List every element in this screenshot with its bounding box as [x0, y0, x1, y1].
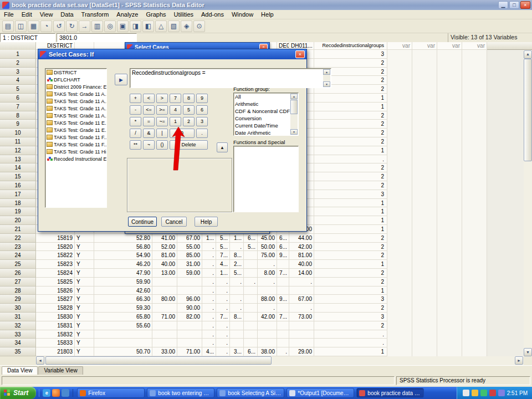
data-cell[interactable]: .: [289, 278, 314, 287]
data-cell[interactable]: 2: [314, 269, 387, 278]
column-header[interactable]: var: [412, 42, 437, 50]
help-button[interactable]: Help: [195, 217, 218, 227]
data-cell[interactable]: 66.30: [94, 295, 152, 304]
scroll-up-icon[interactable]: ▲: [323, 69, 330, 75]
data-cell[interactable]: 1: [314, 103, 387, 111]
tray-icon[interactable]: [489, 390, 496, 396]
data-cell[interactable]: 52.00: [152, 243, 177, 252]
keypad-button[interactable]: ~=: [156, 117, 168, 126]
data-cell[interactable]: 8...: [230, 313, 244, 321]
data-cell[interactable]: [277, 339, 289, 347]
data-cell[interactable]: [244, 287, 258, 295]
data-cell[interactable]: 1: [314, 287, 387, 295]
data-cell[interactable]: 1: [314, 216, 387, 225]
row-number[interactable]: 2: [0, 59, 36, 68]
data-cell[interactable]: 42.00: [289, 243, 314, 252]
tray-icon[interactable]: [472, 390, 478, 396]
row-number[interactable]: 10: [0, 129, 36, 137]
variable-item[interactable]: TAKS Test: Grade 11 F...: [45, 134, 106, 141]
insert-function-button[interactable]: ▲: [217, 142, 228, 152]
data-cell[interactable]: 50.70: [94, 347, 152, 356]
row-number[interactable]: 14: [0, 163, 36, 172]
row-number[interactable]: 17: [0, 190, 36, 199]
data-cell[interactable]: [177, 278, 202, 287]
data-cell[interactable]: 2: [314, 129, 387, 137]
data-cell[interactable]: 80.00: [152, 295, 177, 304]
data-cell[interactable]: [244, 321, 258, 330]
goto-case-icon[interactable]: →: [79, 21, 90, 32]
data-cell[interactable]: 2: [314, 163, 387, 172]
task-window-button[interactable]: *Output1 [Document...: [287, 388, 354, 398]
recall-dialog-icon[interactable]: ◔: [40, 21, 52, 32]
data-cell[interactable]: 71.00: [177, 347, 202, 356]
keypad-button[interactable]: *: [130, 117, 141, 126]
data-cell[interactable]: .: [289, 304, 314, 313]
data-cell[interactable]: 1: [314, 207, 387, 216]
data-cell[interactable]: .: [216, 278, 230, 287]
data-cell[interactable]: 8...: [230, 251, 244, 260]
data-cell[interactable]: .: [314, 330, 387, 339]
variable-item[interactable]: TAKS Test: Grade 11 A...: [45, 105, 106, 112]
data-cell[interactable]: Y: [75, 251, 94, 260]
row-number[interactable]: 19: [0, 207, 36, 216]
row-number[interactable]: 12: [0, 146, 36, 155]
minimize-button[interactable]: ▁: [498, 1, 508, 9]
keypad-button[interactable]: 2: [183, 117, 195, 126]
menu-item[interactable]: Graphs: [142, 11, 170, 18]
data-cell[interactable]: 15832: [36, 330, 75, 339]
data-cell[interactable]: Y: [75, 269, 94, 278]
data-cell[interactable]: [94, 339, 152, 347]
row-number[interactable]: 29: [0, 295, 36, 304]
open-file-icon[interactable]: ▤: [2, 21, 14, 32]
data-cell[interactable]: .: [216, 295, 230, 304]
keypad-button[interactable]: &: [143, 129, 155, 138]
functions-list[interactable]: [233, 146, 299, 212]
variable-item[interactable]: DFLCHART: [45, 76, 106, 83]
task-window-button[interactable]: Firefox: [77, 388, 145, 398]
keypad-button[interactable]: >=: [156, 105, 168, 115]
row-number[interactable]: 20: [0, 216, 36, 225]
menu-item[interactable]: File: [0, 11, 18, 18]
task-window-button[interactable]: book practice data se...: [356, 388, 424, 398]
data-cell[interactable]: .: [202, 339, 216, 347]
dialog-close-button[interactable]: ×: [295, 50, 305, 58]
data-cell[interactable]: .: [258, 260, 277, 269]
data-cell[interactable]: 45.00: [258, 234, 277, 243]
data-cell[interactable]: 2: [314, 304, 387, 313]
data-cell[interactable]: [177, 339, 202, 347]
data-cell[interactable]: .: [216, 321, 230, 330]
scroll-up-icon[interactable]: ▲: [524, 50, 532, 59]
row-number[interactable]: 32: [0, 321, 36, 330]
data-cell[interactable]: .: [202, 295, 216, 304]
data-cell[interactable]: 85.00: [177, 251, 202, 260]
tray-icon[interactable]: [498, 390, 505, 396]
data-cell[interactable]: .: [202, 243, 216, 252]
task-window-button[interactable]: book Selecting A Singl...: [217, 388, 284, 398]
split-file-icon[interactable]: ◧: [142, 21, 154, 32]
keypad-button[interactable]: /: [130, 129, 141, 138]
keypad-button[interactable]: >: [156, 94, 168, 103]
data-cell[interactable]: Y: [75, 339, 94, 347]
data-cell[interactable]: 47.90: [94, 269, 152, 278]
data-cell[interactable]: 21803: [36, 347, 75, 356]
data-cell[interactable]: 15827: [36, 295, 75, 304]
data-cell[interactable]: [152, 304, 177, 313]
function-group-list[interactable]: AllArithmeticCDF & Noncentral CDFConvers…: [233, 93, 299, 136]
data-cell[interactable]: 55.00: [177, 243, 202, 252]
data-cell[interactable]: 88.00: [258, 295, 277, 304]
data-cell[interactable]: [277, 330, 289, 339]
data-cell[interactable]: [244, 313, 258, 321]
data-cell[interactable]: 15830: [36, 313, 75, 321]
close-button[interactable]: ×: [520, 1, 530, 9]
row-number[interactable]: 4: [0, 76, 36, 85]
data-cell[interactable]: [258, 330, 277, 339]
data-cell[interactable]: 15824: [36, 269, 75, 278]
scroll-left-icon[interactable]: ◄: [36, 356, 44, 365]
data-cell[interactable]: .: [216, 347, 230, 356]
data-cell[interactable]: [277, 278, 289, 287]
data-cell[interactable]: .: [202, 278, 216, 287]
data-cell[interactable]: 67.00: [177, 234, 202, 243]
row-number[interactable]: 34: [0, 339, 36, 347]
menu-item[interactable]: Transform: [78, 11, 113, 18]
keypad-button[interactable]: 8: [183, 94, 195, 103]
